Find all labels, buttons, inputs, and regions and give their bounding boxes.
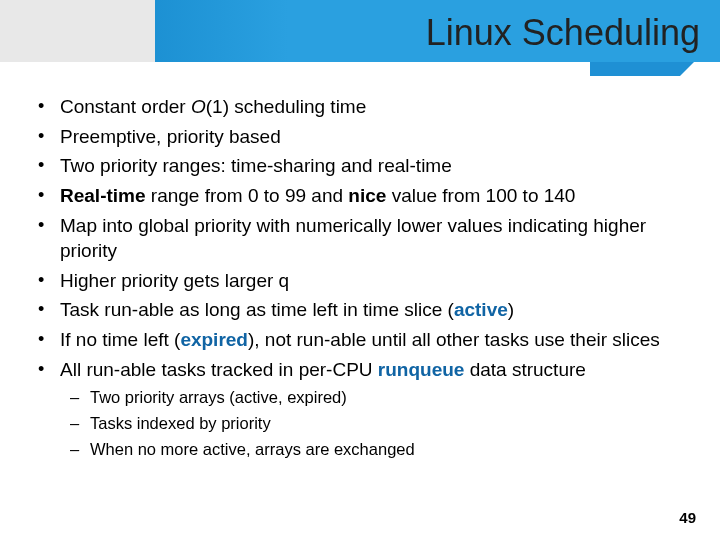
bullet-item: Constant order O(1) scheduling time — [36, 94, 690, 120]
text: If no time left ( — [60, 329, 180, 350]
text-highlight: active — [454, 299, 508, 320]
text-bold: nice — [348, 185, 386, 206]
bullet-item: If no time left (expired), not run-able … — [36, 327, 690, 353]
sub-bullet-item: Tasks indexed by priority — [70, 412, 690, 436]
text: Task run-able as long as time left in ti… — [60, 299, 454, 320]
text: range from 0 to 99 and — [146, 185, 349, 206]
slide-title: Linux Scheduling — [320, 12, 700, 54]
bullet-item: Two priority ranges: time-sharing and re… — [36, 153, 690, 179]
slide: Linux Scheduling Constant order O(1) sch… — [0, 0, 720, 540]
text-italic: O — [191, 96, 206, 117]
text-highlight: expired — [180, 329, 248, 350]
sub-bullet-list: Two priority arrays (active, expired) Ta… — [70, 386, 690, 462]
sub-bullet-item: Two priority arrays (active, expired) — [70, 386, 690, 410]
header-grey-block — [0, 0, 155, 62]
bullet-item: Higher priority gets larger q — [36, 268, 690, 294]
text: ), not run-able until all other tasks us… — [248, 329, 660, 350]
text-highlight: runqueue — [378, 359, 465, 380]
sub-bullet-item: When no more active, arrays are exchange… — [70, 438, 690, 462]
bullet-list: Constant order O(1) scheduling time Pree… — [36, 94, 690, 382]
bullet-item: All run-able tasks tracked in per-CPU ru… — [36, 357, 690, 383]
bullet-item: Map into global priority with numericall… — [36, 213, 690, 264]
text-bold: Real-time — [60, 185, 146, 206]
text: data structure — [464, 359, 585, 380]
text: (1) scheduling time — [206, 96, 367, 117]
bullet-item: Real-time range from 0 to 99 and nice va… — [36, 183, 690, 209]
page-number: 49 — [679, 509, 696, 526]
slide-body: Constant order O(1) scheduling time Pree… — [0, 78, 720, 462]
bullet-item: Task run-able as long as time left in ti… — [36, 297, 690, 323]
text: ) — [508, 299, 514, 320]
text: All run-able tasks tracked in per-CPU — [60, 359, 378, 380]
bullet-item: Preemptive, priority based — [36, 124, 690, 150]
header-tab-notch — [590, 62, 680, 76]
slide-header: Linux Scheduling — [0, 0, 720, 78]
text: value from 100 to 140 — [386, 185, 575, 206]
text: Constant order — [60, 96, 191, 117]
